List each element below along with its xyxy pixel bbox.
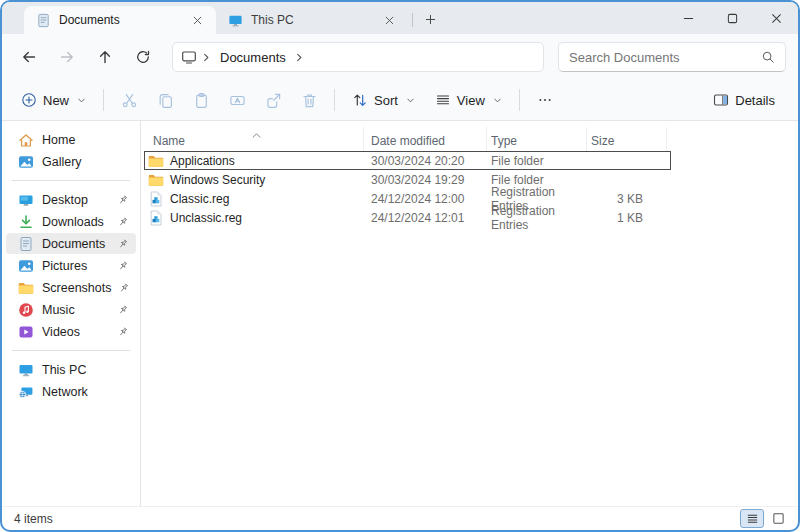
sidebar-item-network[interactable]: Network: [6, 381, 136, 402]
minimize-button[interactable]: [666, 2, 710, 34]
toolbar-divider: [103, 89, 104, 111]
paste-button[interactable]: [184, 84, 218, 116]
pin-icon: [118, 239, 128, 249]
sidebar-item-label: Pictures: [42, 259, 87, 273]
status-bar: 4 items: [2, 506, 798, 530]
file-row-windows-security[interactable]: Windows Security 30/03/2024 19:29 File f…: [144, 170, 671, 189]
computer-icon: [18, 362, 34, 378]
back-button[interactable]: [12, 41, 46, 73]
search-icon: [761, 50, 775, 64]
delete-icon: [301, 92, 318, 109]
file-date: 24/12/2024 12:01: [364, 211, 487, 225]
address-bar[interactable]: Documents: [172, 42, 544, 72]
music-icon: [18, 302, 34, 318]
close-window-button[interactable]: [754, 2, 798, 34]
maximize-button[interactable]: [710, 2, 754, 34]
file-row-classic-reg[interactable]: Classic.reg 24/12/2024 12:00 Registratio…: [144, 189, 671, 208]
new-button[interactable]: New: [12, 84, 95, 116]
sidebar-item-pictures[interactable]: Pictures: [6, 255, 136, 276]
folder-icon: [148, 153, 164, 169]
tab-label: This PC: [251, 13, 294, 27]
details-view-icon: [746, 512, 759, 525]
details-pane-button[interactable]: Details: [704, 84, 784, 116]
column-header-date-modified[interactable]: Date modified: [363, 127, 486, 151]
delete-button[interactable]: [292, 84, 326, 116]
navigation-sidebar: Home Gallery Desktop: [2, 121, 140, 506]
close-tab-icon[interactable]: [186, 10, 208, 30]
forward-button[interactable]: [50, 41, 84, 73]
home-icon: [18, 132, 34, 148]
column-header-size[interactable]: Size: [586, 127, 667, 151]
view-label: View: [457, 93, 485, 108]
sidebar-item-videos[interactable]: Videos: [6, 321, 136, 342]
pin-icon: [118, 327, 128, 337]
refresh-button[interactable]: [126, 41, 160, 73]
sidebar-item-label: Videos: [42, 325, 80, 339]
new-tab-button[interactable]: [417, 7, 443, 31]
sidebar-item-music[interactable]: Music: [6, 299, 136, 320]
sidebar-item-screenshots[interactable]: Screenshots: [6, 277, 136, 298]
sidebar-item-label: This PC: [42, 363, 86, 377]
sidebar-item-this-pc[interactable]: This PC: [6, 359, 136, 380]
rename-icon: [229, 92, 246, 109]
file-row-unclassic-reg[interactable]: Unclassic.reg 24/12/2024 12:01 Registrat…: [144, 208, 671, 227]
new-plus-icon: [21, 92, 37, 108]
sidebar-item-label: Desktop: [42, 193, 88, 207]
breadcrumb-location[interactable]: Documents: [216, 50, 290, 65]
file-row-applications[interactable]: Applications 30/03/2024 20:20 File folde…: [144, 151, 671, 170]
details-view-button[interactable]: [740, 509, 764, 528]
column-header-type[interactable]: Type: [486, 127, 586, 151]
sort-ascending-icon: [251, 125, 262, 143]
sidebar-item-label: Home: [42, 133, 75, 147]
forward-icon: [59, 49, 75, 65]
plus-icon: [425, 14, 436, 25]
details-label: Details: [735, 93, 775, 108]
up-button[interactable]: [88, 41, 122, 73]
sort-button[interactable]: Sort: [343, 84, 424, 116]
sort-icon: [352, 92, 368, 108]
share-button[interactable]: [256, 84, 290, 116]
close-tab-icon[interactable]: [378, 10, 400, 30]
copy-button[interactable]: [148, 84, 182, 116]
desktop-icon: [18, 192, 34, 208]
network-icon: [18, 384, 34, 400]
view-button[interactable]: View: [426, 84, 511, 116]
sidebar-item-desktop[interactable]: Desktop: [6, 189, 136, 210]
sidebar-item-downloads[interactable]: Downloads: [6, 211, 136, 232]
tab-divider: [412, 13, 413, 27]
view-icon: [435, 92, 451, 108]
tab-documents[interactable]: Documents: [24, 6, 216, 34]
search-box: [558, 42, 786, 72]
sidebar-item-home[interactable]: Home: [6, 129, 136, 150]
cut-button[interactable]: [112, 84, 146, 116]
file-name: Applications: [170, 154, 235, 168]
file-date: 24/12/2024 12:00: [364, 192, 487, 206]
copy-icon: [157, 92, 174, 109]
chevron-right-icon: [201, 52, 212, 63]
large-icons-view-button[interactable]: [766, 509, 790, 528]
chevron-down-icon: [493, 96, 502, 105]
sidebar-item-gallery[interactable]: Gallery: [6, 151, 136, 172]
rename-button[interactable]: [220, 84, 254, 116]
pin-icon: [119, 283, 129, 293]
titlebar: Documents This PC: [2, 2, 798, 34]
file-explorer-window: Documents This PC: [0, 0, 800, 532]
tab-this-pc[interactable]: This PC: [216, 6, 408, 34]
search-input[interactable]: [569, 50, 761, 65]
pin-icon: [118, 195, 128, 205]
new-label: New: [43, 93, 69, 108]
see-more-button[interactable]: [528, 84, 562, 116]
gallery-icon: [18, 154, 34, 170]
close-icon: [771, 13, 782, 24]
file-name: Classic.reg: [170, 192, 229, 206]
details-pane-icon: [713, 92, 729, 108]
view-toggles: [740, 509, 790, 528]
sidebar-item-documents[interactable]: Documents: [6, 233, 136, 254]
maximize-icon: [727, 13, 738, 24]
sidebar-item-label: Downloads: [42, 215, 104, 229]
see-more-icon: [537, 92, 553, 108]
sidebar-item-label: Screenshots: [42, 281, 111, 295]
pin-icon: [118, 305, 128, 315]
up-icon: [97, 49, 113, 65]
command-toolbar: New Sort View: [2, 80, 798, 121]
